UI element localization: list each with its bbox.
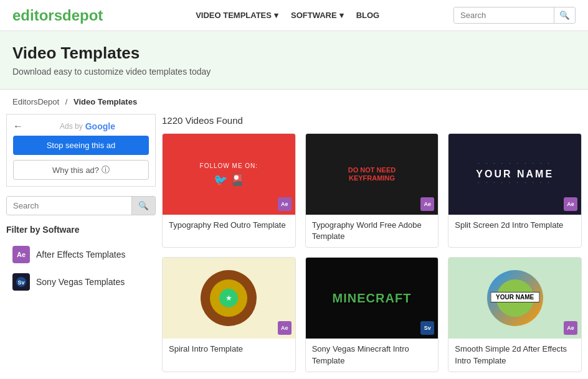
filter-after-effects[interactable]: Ae After Effects Templates bbox=[6, 241, 156, 268]
hero-subtitle: Download easy to customize video templat… bbox=[12, 67, 576, 77]
card-thumb-3: · · · · · · · · · · YOUR NAME · · · · · … bbox=[448, 134, 581, 215]
card-title-2: Typography World Free Adobe Template bbox=[306, 215, 439, 247]
svg-text:Sv: Sv bbox=[17, 279, 24, 286]
thumb-content-3: · · · · · · · · · · YOUR NAME · · · · · … bbox=[476, 161, 554, 188]
breadcrumb-home[interactable]: EditorsDepot bbox=[12, 97, 59, 106]
logo[interactable]: editorsdepot bbox=[12, 7, 103, 24]
chevron-down-icon: ▾ bbox=[339, 11, 344, 20]
logo-editors: editors bbox=[12, 7, 62, 24]
thumb-content-2: DO NOT NEEDKEYFRAMING bbox=[345, 163, 399, 185]
card-splitscreen[interactable]: · · · · · · · · · · YOUR NAME · · · · · … bbox=[448, 133, 582, 248]
ads-label: Ads by bbox=[60, 122, 83, 131]
ae-icon: Ae bbox=[12, 246, 30, 263]
filter-sv-label: Sony Vegas Templates bbox=[36, 277, 125, 287]
ad-block: ← Ads by Google Stop seeing this ad Why … bbox=[6, 114, 156, 187]
main-layout: ← Ads by Google Stop seeing this ad Why … bbox=[0, 114, 588, 379]
card-spiral[interactable]: ★ Ae Spiral Intro Template bbox=[162, 257, 296, 372]
header-search-button[interactable]: 🔍 bbox=[554, 7, 575, 23]
card-red-outro[interactable]: FOLLOW ME ON: 🐦 🎴 Ae Typography Red Outr… bbox=[162, 133, 296, 248]
card-minecraft[interactable]: MINECRAFT Sv Sony Vegas Minecraft Intro … bbox=[305, 257, 439, 372]
filter-sony-vegas[interactable]: Sv Sony Vegas Templates bbox=[6, 268, 156, 296]
card-keyframe[interactable]: DO NOT NEEDKEYFRAMING Ae Typography Worl… bbox=[305, 133, 439, 248]
sidebar-search-button[interactable]: 🔍 bbox=[131, 197, 155, 215]
minecraft-text: MINECRAFT bbox=[333, 291, 412, 306]
card-thumb-5: MINECRAFT Sv bbox=[306, 258, 439, 339]
nav-video-templates[interactable]: VIDEO TEMPLATES ▾ bbox=[196, 11, 278, 20]
card-smooth[interactable]: ● YOUR NAME Ae Smooth Simple 2d After Ef… bbox=[448, 257, 582, 372]
card-thumb-6: ● YOUR NAME Ae bbox=[448, 258, 581, 339]
card-thumb-1: FOLLOW ME ON: 🐦 🎴 Ae bbox=[163, 134, 295, 215]
card-title-1: Typography Red Outro Template bbox=[163, 215, 295, 236]
ae-badge-3: Ae bbox=[564, 197, 577, 211]
card-thumb-4: ★ Ae bbox=[163, 258, 295, 339]
results-count: 1220 Videos Found bbox=[162, 114, 582, 126]
ae-badge-6: Ae bbox=[564, 321, 577, 335]
nav-blog[interactable]: BLOG bbox=[356, 11, 380, 20]
ae-badge-2: Ae bbox=[420, 197, 434, 211]
breadcrumb-separator: / bbox=[65, 97, 68, 106]
thumb-content-1: FOLLOW ME ON: 🐦 🎴 bbox=[200, 162, 258, 187]
card-title-4: Spiral Intro Template bbox=[163, 339, 295, 360]
smooth-content: ● YOUR NAME bbox=[487, 270, 543, 326]
spiral-outer: ★ bbox=[201, 270, 257, 326]
breadcrumb-current: Video Templates bbox=[74, 97, 137, 106]
header-search-bar: 🔍 bbox=[453, 7, 576, 24]
search-icon: 🔍 bbox=[138, 201, 149, 210]
search-icon: 🔍 bbox=[559, 11, 570, 20]
filter-title: Filter by Software bbox=[6, 225, 156, 235]
logo-depot: depot bbox=[62, 7, 103, 24]
sv-badge-5: Sv bbox=[420, 321, 434, 335]
hero-section: Video Templates Download easy to customi… bbox=[0, 31, 588, 90]
content-area: 1220 Videos Found FOLLOW ME ON: 🐦 🎴 Ae T… bbox=[162, 114, 582, 372]
sv-icon: Sv bbox=[12, 273, 30, 291]
card-title-3: Split Screen 2d Intro Template bbox=[448, 215, 581, 236]
chevron-down-icon: ▾ bbox=[274, 11, 278, 20]
header-search-input[interactable] bbox=[454, 7, 554, 23]
card-title-5: Sony Vegas Minecraft Intro Template bbox=[306, 339, 439, 371]
header: editorsdepot VIDEO TEMPLATES ▾ SOFTWARE … bbox=[0, 0, 588, 31]
sidebar-search-input[interactable] bbox=[7, 197, 131, 215]
nav-software[interactable]: SOFTWARE ▾ bbox=[291, 11, 344, 20]
ae-badge-4: Ae bbox=[278, 321, 292, 335]
filter-ae-label: After Effects Templates bbox=[36, 250, 125, 260]
back-arrow-icon[interactable]: ← bbox=[13, 121, 23, 132]
stop-ad-button[interactable]: Stop seeing this ad bbox=[13, 136, 149, 155]
card-thumb-2: DO NOT NEEDKEYFRAMING Ae bbox=[306, 134, 439, 215]
video-grid: FOLLOW ME ON: 🐦 🎴 Ae Typography Red Outr… bbox=[162, 133, 582, 372]
breadcrumb: EditorsDepot / Video Templates bbox=[0, 90, 588, 114]
sidebar: ← Ads by Google Stop seeing this ad Why … bbox=[6, 114, 156, 372]
main-nav: VIDEO TEMPLATES ▾ SOFTWARE ▾ BLOG bbox=[121, 11, 453, 20]
why-ad-button[interactable]: Why this ad? ⓘ bbox=[13, 160, 149, 180]
ae-badge-1: Ae bbox=[278, 197, 292, 211]
info-icon: ⓘ bbox=[102, 164, 110, 175]
google-label: Google bbox=[85, 121, 115, 131]
page-title: Video Templates bbox=[12, 44, 576, 63]
card-title-6: Smooth Simple 2d After Effects Intro Tem… bbox=[448, 339, 581, 371]
sidebar-search-bar: 🔍 bbox=[6, 196, 156, 215]
